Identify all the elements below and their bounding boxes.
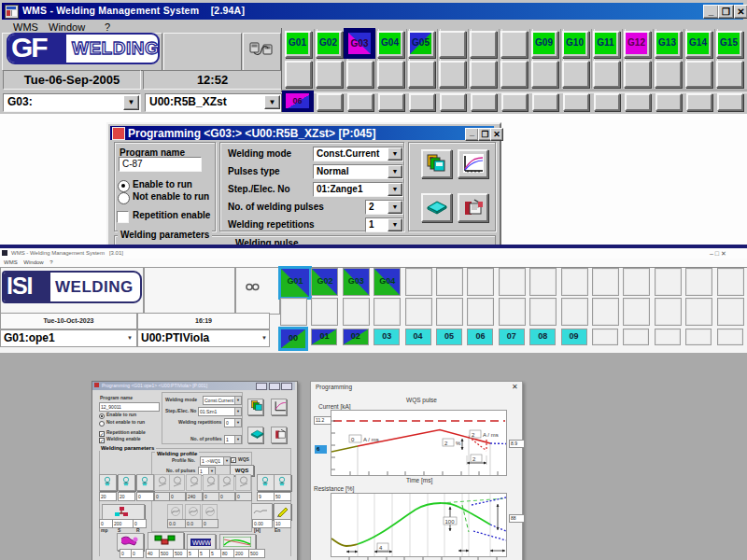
svg-text:%: % <box>456 441 461 446</box>
svg-text:A / ms: A / ms <box>483 432 499 438</box>
svg-text:WWW: WWW <box>192 539 211 546</box>
svg-text:A / ms: A / ms <box>363 437 379 442</box>
svg-text:100: 100 <box>445 519 456 525</box>
